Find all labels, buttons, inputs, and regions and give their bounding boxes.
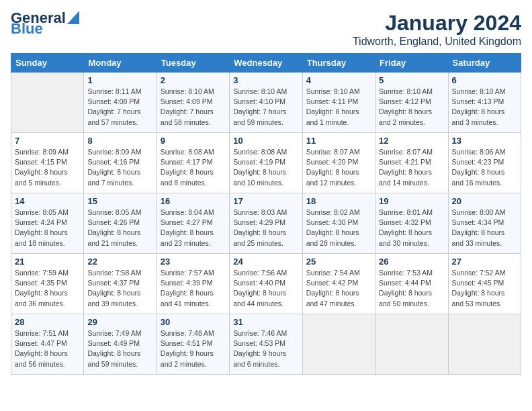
calendar-cell: 25Sunrise: 7:54 AM Sunset: 4:42 PM Dayli… xyxy=(302,254,375,314)
day-number: 3 xyxy=(233,75,298,85)
day-info: Sunrise: 7:54 AM Sunset: 4:42 PM Dayligh… xyxy=(306,268,371,309)
calendar-cell xyxy=(11,73,84,133)
calendar-cell: 8Sunrise: 8:09 AM Sunset: 4:16 PM Daylig… xyxy=(84,133,157,193)
calendar-cell: 10Sunrise: 8:08 AM Sunset: 4:19 PM Dayli… xyxy=(230,133,302,193)
day-info: Sunrise: 8:10 AM Sunset: 4:11 PM Dayligh… xyxy=(306,87,371,128)
day-info: Sunrise: 8:08 AM Sunset: 4:19 PM Dayligh… xyxy=(233,147,298,188)
calendar-cell: 15Sunrise: 8:05 AM Sunset: 4:26 PM Dayli… xyxy=(84,193,157,254)
calendar-cell: 14Sunrise: 8:05 AM Sunset: 4:24 PM Dayli… xyxy=(11,193,84,254)
day-info: Sunrise: 8:10 AM Sunset: 4:12 PM Dayligh… xyxy=(379,87,444,128)
calendar-cell: 16Sunrise: 8:04 AM Sunset: 4:27 PM Dayli… xyxy=(157,193,229,254)
day-info: Sunrise: 8:02 AM Sunset: 4:30 PM Dayligh… xyxy=(306,208,371,248)
calendar-cell: 4Sunrise: 8:10 AM Sunset: 4:11 PM Daylig… xyxy=(302,73,375,133)
header-wednesday: Wednesday xyxy=(230,54,302,73)
calendar-cell: 18Sunrise: 8:02 AM Sunset: 4:30 PM Dayli… xyxy=(302,193,375,254)
calendar-cell: 23Sunrise: 7:57 AM Sunset: 4:39 PM Dayli… xyxy=(157,254,229,314)
calendar-cell: 20Sunrise: 8:00 AM Sunset: 4:34 PM Dayli… xyxy=(448,193,521,254)
calendar-week-row: 7Sunrise: 8:09 AM Sunset: 4:15 PM Daylig… xyxy=(11,133,521,193)
day-number: 16 xyxy=(161,196,226,206)
day-number: 20 xyxy=(452,196,517,206)
day-number: 29 xyxy=(87,317,152,327)
day-info: Sunrise: 7:51 AM Sunset: 4:47 PM Dayligh… xyxy=(15,328,80,369)
month-title: January 2024 xyxy=(353,11,521,36)
day-number: 28 xyxy=(15,317,80,327)
calendar-cell xyxy=(302,314,375,375)
day-info: Sunrise: 7:59 AM Sunset: 4:35 PM Dayligh… xyxy=(15,268,80,309)
day-number: 14 xyxy=(15,196,80,206)
day-number: 13 xyxy=(452,136,517,146)
calendar-cell xyxy=(448,314,521,375)
calendar-cell: 29Sunrise: 7:49 AM Sunset: 4:49 PM Dayli… xyxy=(84,314,157,375)
day-info: Sunrise: 8:09 AM Sunset: 4:15 PM Dayligh… xyxy=(15,147,80,188)
day-number: 17 xyxy=(233,196,298,206)
day-info: Sunrise: 8:05 AM Sunset: 4:24 PM Dayligh… xyxy=(15,208,80,248)
day-number: 8 xyxy=(87,136,152,146)
day-info: Sunrise: 8:10 AM Sunset: 4:09 PM Dayligh… xyxy=(161,87,226,128)
calendar-table: SundayMondayTuesdayWednesdayThursdayFrid… xyxy=(11,53,521,375)
day-number: 2 xyxy=(161,75,226,85)
day-info: Sunrise: 7:57 AM Sunset: 4:39 PM Dayligh… xyxy=(161,268,226,309)
day-info: Sunrise: 8:05 AM Sunset: 4:26 PM Dayligh… xyxy=(87,208,152,248)
header-friday: Friday xyxy=(375,54,448,73)
day-info: Sunrise: 8:10 AM Sunset: 4:10 PM Dayligh… xyxy=(233,87,298,128)
day-number: 12 xyxy=(379,136,444,146)
calendar-cell: 17Sunrise: 8:03 AM Sunset: 4:29 PM Dayli… xyxy=(230,193,302,254)
calendar-cell: 2Sunrise: 8:10 AM Sunset: 4:09 PM Daylig… xyxy=(157,73,229,133)
day-info: Sunrise: 7:52 AM Sunset: 4:45 PM Dayligh… xyxy=(452,268,517,309)
day-info: Sunrise: 7:56 AM Sunset: 4:40 PM Dayligh… xyxy=(233,268,298,309)
day-number: 11 xyxy=(306,136,371,146)
day-number: 10 xyxy=(233,136,298,146)
calendar-week-row: 1Sunrise: 8:11 AM Sunset: 4:08 PM Daylig… xyxy=(11,73,521,133)
calendar-cell: 19Sunrise: 8:01 AM Sunset: 4:32 PM Dayli… xyxy=(375,193,448,254)
calendar-cell: 7Sunrise: 8:09 AM Sunset: 4:15 PM Daylig… xyxy=(11,133,84,193)
day-number: 30 xyxy=(161,317,226,327)
calendar-cell: 3Sunrise: 8:10 AM Sunset: 4:10 PM Daylig… xyxy=(230,73,302,133)
day-number: 27 xyxy=(452,257,517,267)
header-tuesday: Tuesday xyxy=(157,54,229,73)
day-number: 15 xyxy=(87,196,152,206)
calendar-cell: 13Sunrise: 8:06 AM Sunset: 4:23 PM Dayli… xyxy=(448,133,521,193)
calendar-cell: 21Sunrise: 7:59 AM Sunset: 4:35 PM Dayli… xyxy=(11,254,84,314)
day-info: Sunrise: 8:06 AM Sunset: 4:23 PM Dayligh… xyxy=(452,147,517,188)
svg-marker-0 xyxy=(67,11,79,24)
day-number: 22 xyxy=(87,257,152,267)
calendar-cell: 5Sunrise: 8:10 AM Sunset: 4:12 PM Daylig… xyxy=(375,73,448,133)
day-number: 5 xyxy=(379,75,444,85)
day-info: Sunrise: 8:07 AM Sunset: 4:21 PM Dayligh… xyxy=(379,147,444,188)
calendar-cell: 12Sunrise: 8:07 AM Sunset: 4:21 PM Dayli… xyxy=(375,133,448,193)
calendar-week-row: 28Sunrise: 7:51 AM Sunset: 4:47 PM Dayli… xyxy=(11,314,521,375)
day-number: 31 xyxy=(233,317,298,327)
header-saturday: Saturday xyxy=(448,54,521,73)
calendar-cell: 26Sunrise: 7:53 AM Sunset: 4:44 PM Dayli… xyxy=(375,254,448,314)
day-number: 21 xyxy=(15,257,80,267)
calendar-header-row: SundayMondayTuesdayWednesdayThursdayFrid… xyxy=(11,54,521,73)
calendar-cell: 30Sunrise: 7:48 AM Sunset: 4:51 PM Dayli… xyxy=(157,314,229,375)
calendar-week-row: 21Sunrise: 7:59 AM Sunset: 4:35 PM Dayli… xyxy=(11,254,521,314)
logo-triangle-icon xyxy=(67,11,79,24)
header-sunday: Sunday xyxy=(11,54,84,73)
day-info: Sunrise: 8:04 AM Sunset: 4:27 PM Dayligh… xyxy=(161,208,226,248)
calendar-cell: 6Sunrise: 8:10 AM Sunset: 4:13 PM Daylig… xyxy=(448,73,521,133)
location-title: Tidworth, England, United Kingdom xyxy=(353,36,521,48)
logo: General Blue xyxy=(11,11,79,36)
calendar-cell: 22Sunrise: 7:58 AM Sunset: 4:37 PM Dayli… xyxy=(84,254,157,314)
day-info: Sunrise: 8:08 AM Sunset: 4:17 PM Dayligh… xyxy=(161,147,226,188)
day-number: 19 xyxy=(379,196,444,206)
day-info: Sunrise: 8:07 AM Sunset: 4:20 PM Dayligh… xyxy=(306,147,371,188)
day-info: Sunrise: 7:48 AM Sunset: 4:51 PM Dayligh… xyxy=(161,328,226,369)
day-info: Sunrise: 7:53 AM Sunset: 4:44 PM Dayligh… xyxy=(379,268,444,309)
day-number: 25 xyxy=(306,257,371,267)
calendar-cell: 1Sunrise: 8:11 AM Sunset: 4:08 PM Daylig… xyxy=(84,73,157,133)
day-number: 9 xyxy=(161,136,226,146)
day-info: Sunrise: 8:01 AM Sunset: 4:32 PM Dayligh… xyxy=(379,208,444,248)
calendar-cell: 31Sunrise: 7:46 AM Sunset: 4:53 PM Dayli… xyxy=(230,314,302,375)
day-info: Sunrise: 7:49 AM Sunset: 4:49 PM Dayligh… xyxy=(87,328,152,369)
title-block: January 2024 Tidworth, England, United K… xyxy=(353,11,521,48)
day-info: Sunrise: 8:00 AM Sunset: 4:34 PM Dayligh… xyxy=(452,208,517,248)
day-info: Sunrise: 7:46 AM Sunset: 4:53 PM Dayligh… xyxy=(233,328,298,369)
calendar-cell: 9Sunrise: 8:08 AM Sunset: 4:17 PM Daylig… xyxy=(157,133,229,193)
day-number: 4 xyxy=(306,75,371,85)
page-header: General Blue January 2024 Tidworth, Engl… xyxy=(11,11,521,48)
calendar-cell xyxy=(375,314,448,375)
day-number: 7 xyxy=(15,136,80,146)
